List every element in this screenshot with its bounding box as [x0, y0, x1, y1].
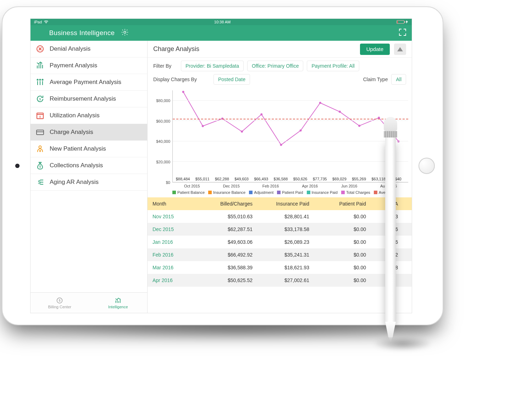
front-camera — [15, 164, 20, 168]
svg-text:8: 8 — [39, 115, 41, 119]
bar-value-label: $55,011 — [195, 177, 210, 181]
nav-item-label: Collections Analysis — [50, 162, 103, 169]
filter-claim-type[interactable]: All — [391, 74, 406, 85]
nav-item-label: Charge Analysis — [50, 129, 93, 136]
tab-intelligence[interactable]: Intelligence — [89, 293, 148, 313]
bar-value-label: $66,493 — [254, 177, 268, 181]
nav-collections-analysis[interactable]: $ Collections Analysis — [31, 157, 147, 174]
update-button[interactable]: Update — [360, 44, 390, 55]
apple-pencil — [384, 117, 397, 344]
cell-patient-paid: $0.00 — [314, 277, 371, 283]
bar-value-label: $36,588 — [274, 177, 288, 181]
bar-value-label: $88,484 — [176, 177, 190, 181]
nav-average-payment-analysis[interactable]: Average Payment Analysis — [31, 74, 147, 91]
home-button[interactable] — [419, 158, 435, 174]
cell-patient-paid: $0.00 — [314, 239, 371, 245]
table-row[interactable]: Nov 2015$55,010.63$28,801.41$0.00$ 53 — [148, 210, 412, 223]
status-bar: iPad 10:38 AM — [31, 19, 412, 25]
device-label: iPad — [34, 20, 42, 24]
chart-container: $0$20,000$40,000$60,000$80,000 $88,484$5… — [148, 86, 412, 195]
chart-plot[interactable]: $88,484$55,011$62,288$49,603$66,493$36,5… — [172, 90, 408, 182]
tab-billing-center[interactable]: $ Billing Center — [31, 293, 89, 313]
x-circle-icon — [35, 44, 45, 54]
patient-icon — [35, 144, 45, 153]
filter-display-by[interactable]: Posted Date — [214, 74, 250, 85]
cell-billed: $49,603.06 — [201, 239, 257, 245]
cell-month: Nov 2015 — [148, 214, 201, 219]
svg-point-4 — [42, 79, 43, 80]
bar-value-label: $49,603 — [234, 177, 249, 181]
legend-patient-balance: Patient Balance — [172, 190, 205, 195]
nav-list: Denial Analysis Payment Analysis Average… — [31, 41, 147, 292]
cell-billed: $66,492.92 — [201, 252, 257, 258]
nav-payment-analysis[interactable]: Payment Analysis — [31, 57, 147, 74]
app-header: Business Intelligence — [31, 25, 412, 41]
tab-label: Intelligence — [108, 305, 128, 309]
nav-item-label: Utilization Analysis — [50, 112, 100, 119]
cell-insurance-paid: $18,621.93 — [257, 265, 314, 270]
battery-icon — [397, 20, 408, 24]
chart-legend: Patient Balance Insurance Balance Adjust… — [172, 190, 408, 195]
cell-month: Feb 2016 — [148, 252, 201, 258]
nav-denial-analysis[interactable]: Denial Analysis — [31, 41, 147, 57]
fullscreen-icon[interactable] — [398, 28, 407, 38]
cell-patient-paid: $0.00 — [314, 265, 371, 270]
filter-office[interactable]: Office: Primary Office — [247, 61, 304, 71]
svg-rect-8 — [37, 130, 44, 135]
table-row[interactable]: Jan 2016$49,603.06$26,089.23$0.00$ 46 — [148, 236, 412, 248]
filter-by-label: Filter By — [153, 63, 177, 69]
legend-total-charges: Total Charges — [341, 190, 370, 195]
svg-text:$: $ — [59, 299, 61, 302]
nav-item-label: Average Payment Analysis — [50, 79, 121, 86]
legend-insurance-balance: Insurance Balance — [208, 190, 245, 195]
cell-month: Jan 2016 — [148, 239, 201, 245]
settings-gear-icon[interactable] — [121, 28, 129, 38]
nav-new-patient-analysis[interactable]: New Patient Analysis — [31, 141, 147, 157]
bar-value-label: $55,269 — [352, 177, 366, 181]
tab-label: Billing Center — [48, 305, 71, 309]
cell-insurance-paid: $33,178.58 — [257, 226, 314, 232]
table-body: Nov 2015$55,010.63$28,801.41$0.00$ 53Dec… — [148, 210, 412, 287]
nav-aging-ar-analysis[interactable]: $ Aging AR Analysis — [31, 174, 147, 191]
app-title: Business Intelligence — [49, 29, 115, 37]
col-patient-paid: Patient Paid — [314, 201, 371, 207]
credit-card-icon — [35, 128, 45, 137]
bar-value-label: $62,288 — [215, 177, 229, 181]
chart-x-axis: Oct 2015Dec 2015Feb 2016Apr 2016Jun 2016… — [172, 182, 408, 188]
nav-charge-analysis[interactable]: Charge Analysis — [31, 124, 147, 141]
filter-provider[interactable]: Provider: Bi Sampledata — [181, 61, 244, 71]
main-panel: Charge Analysis Update Filter By Provide… — [148, 41, 412, 313]
clock: 10:38 AM — [48, 20, 397, 24]
table-row[interactable]: Mar 2016$36,588.39$18,621.93$0.00$ 18 — [148, 261, 412, 274]
nav-reimbursement-analysis[interactable]: $ Reimbursement Analysis — [31, 91, 147, 107]
cell-billed: $36,588.39 — [201, 265, 257, 270]
table-row[interactable]: Dec 2015$62,287.51$33,178.58$0.00$ 56 — [148, 223, 412, 236]
cell-patient-paid: $0.00 — [314, 226, 371, 232]
svg-text:$: $ — [39, 165, 41, 168]
nav-utilization-analysis[interactable]: 8 Utilization Analysis — [31, 107, 147, 124]
legend-patient-paid: Patient Paid — [277, 190, 303, 195]
ipad-device: iPad 10:38 AM Business Intelligence — [2, 6, 443, 325]
filter-payment-profile[interactable]: Payment Profile: All — [307, 61, 359, 71]
nav-item-label: Payment Analysis — [50, 62, 97, 69]
bar-chart-up-icon — [35, 61, 45, 70]
col-insurance-paid: Insurance Paid — [257, 201, 314, 207]
cell-patient-paid: $0.00 — [314, 252, 371, 258]
cell-month: Dec 2015 — [148, 226, 201, 232]
sidebar: Denial Analysis Payment Analysis Average… — [31, 41, 148, 313]
collapse-toggle[interactable] — [394, 44, 406, 55]
svg-point-0 — [124, 31, 126, 33]
nav-item-label: Aging AR Analysis — [50, 179, 99, 186]
bottom-tab-bar: $ Billing Center Intelligence — [31, 292, 147, 313]
screen: iPad 10:38 AM Business Intelligence — [30, 18, 412, 313]
wifi-icon — [44, 21, 48, 23]
table-row[interactable]: Feb 2016$66,492.92$35,241.31$0.00$ 92 — [148, 248, 412, 261]
table-header-row: Month Billed/Charges Insurance Paid Pati… — [148, 197, 412, 210]
page-title: Charge Analysis — [153, 45, 199, 53]
cell-insurance-paid: $35,241.31 — [257, 252, 314, 258]
col-month: Month — [148, 201, 201, 207]
table-row[interactable]: Apr 2016$50,625.52$27,002.61$0.00$ — [148, 274, 412, 287]
refund-dollar-icon: $ — [35, 94, 45, 103]
calendar-icon: 8 — [35, 111, 45, 120]
data-table: Month Billed/Charges Insurance Paid Pati… — [148, 197, 412, 287]
